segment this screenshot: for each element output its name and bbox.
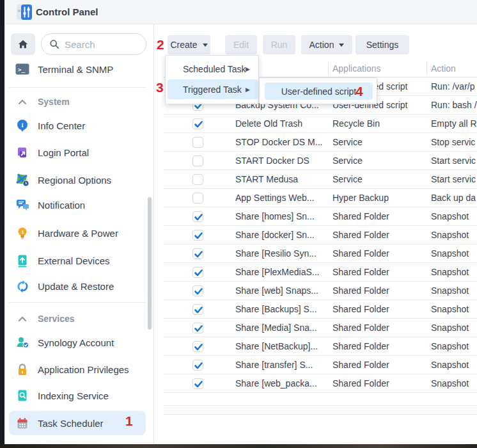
sidebar-item-synology-account[interactable]: Synology Account [9,331,146,354]
row-checkbox[interactable] [192,156,203,166]
table-row[interactable]: Share [Media] Sna... Shared Folder Snaps… [164,319,477,337]
sidebar-item-hardware-power[interactable]: 1 Hardware & Power [9,221,146,244]
row-checkbox[interactable] [192,174,203,185]
task-name-cell: Share [web] Snaps... [235,282,331,300]
control-panel-icon [17,4,32,20]
action-cell: Run: /var/p [431,77,477,95]
login-portal-icon [15,145,29,159]
row-checkbox[interactable] [192,360,203,371]
table-row[interactable]: App Settings Web... Hyper Backup Back up… [164,189,477,207]
hardware-power-icon: 1 [15,226,29,240]
applications-cell: Service [332,152,425,170]
applications-cell: Shared Folder [332,207,425,225]
row-checkbox[interactable] [192,137,203,148]
row-checkbox[interactable] [192,267,203,278]
terminal-icon: >_ [15,62,29,76]
section-label: System [38,97,70,107]
sidebar-section-services[interactable]: Services [9,312,146,326]
sidebar-item-label: External Devices [38,255,110,266]
sidebar-section-system[interactable]: System [9,95,146,109]
applications-cell: Shared Folder [332,226,425,244]
task-name-cell: Share [web_packa... [235,374,331,392]
indexing-service-icon [15,388,29,403]
table-row[interactable]: Share [web_packa... Shared Folder Snapsh… [164,374,477,393]
sidebar-item-label: Info Center [38,120,85,131]
table-row[interactable]: Share [PlexMediaS... Shared Folder Snaps… [164,263,477,282]
sidebar-item-label: Regional Options [38,175,111,186]
action-cell: Back up da [431,189,477,207]
sidebar-item-info-center[interactable]: i Info Center [9,114,146,137]
row-checkbox[interactable] [192,118,203,129]
column-header-action[interactable]: Action [431,60,456,77]
menu-item-label: Scheduled Task [183,64,246,74]
sidebar-section-divider [9,87,146,88]
sidebar-item-indexing-service[interactable]: Indexing Service [9,384,146,407]
table-row[interactable]: Share [Resilio Syn... Shared Folder Snap… [164,244,477,263]
table-row[interactable]: Share [web] Snaps... Shared Folder Snaps… [164,282,477,300]
create-button-label: Create [170,40,197,50]
page-title: Control Panel [36,0,98,24]
table-row[interactable]: Share [transfer] S... Shared Folder Snap… [164,356,477,374]
sidebar-item-login-portal[interactable]: Login Portal [9,141,146,164]
settings-button[interactable]: Settings [356,35,409,54]
applications-cell: Service [332,170,425,188]
row-checkbox[interactable] [192,304,203,315]
action-cell: Snapshot [431,356,477,374]
synology-account-icon [15,335,29,349]
sidebar-item-update-restore[interactable]: Update & Restore [9,275,146,298]
sidebar-item-application-privileges[interactable]: Application Privileges [9,358,146,381]
external-devices-icon [15,253,29,268]
sidebar-item-terminal-snmp[interactable]: >_ Terminal & SNMP [9,58,146,81]
edit-button[interactable]: Edit [225,35,257,54]
table-row[interactable]: Delete Old Trash Recycle Bin Empty all R [164,115,477,133]
menu-item-triggered-task[interactable]: Triggered Task ▶ [168,79,258,99]
annotation-step-1: 1 [125,413,133,429]
menu-item-scheduled-task[interactable]: Scheduled Task ▶ [168,59,258,79]
table-row[interactable]: Share [Backups] S... Shared Folder Snaps… [164,300,477,319]
chevron-up-icon [15,312,29,326]
home-button[interactable] [11,33,35,55]
action-cell: Snapshot [431,226,477,244]
table-row[interactable]: Share [docker] Sn... Shared Folder Snaps… [164,226,477,244]
row-checkbox[interactable] [192,341,203,352]
column-header-applications[interactable]: Applications [332,60,381,77]
row-checkbox[interactable] [192,211,203,222]
create-button[interactable]: Create [168,35,210,54]
sidebar-item-regional-options[interactable]: Regional Options [9,168,146,191]
task-name-cell: Share [Resilio Syn... [235,244,331,262]
applications-cell: Shared Folder [332,263,425,281]
action-button[interactable]: Action [301,35,352,54]
menu-item-label: User-defined script [281,86,357,97]
sidebar-item-external-devices[interactable]: External Devices [9,249,146,272]
row-checkbox[interactable] [192,248,203,259]
action-cell: Snapshot [431,319,477,337]
submenu-arrow-icon: ▶ [246,66,250,72]
chevron-up-icon [15,95,29,109]
run-button[interactable]: Run [263,35,295,54]
sidebar-divider [153,24,154,444]
home-icon [17,38,29,50]
create-dropdown-menu: Scheduled Task ▶ Triggered Task ▶ [165,55,259,104]
sidebar-scrollbar[interactable] [148,197,152,330]
table-row[interactable]: START Medusa Service Start servic [164,170,477,189]
svg-text:i: i [21,121,23,129]
column-divider [426,62,427,75]
applications-cell: Shared Folder [332,319,425,337]
row-checkbox[interactable] [192,230,203,241]
row-checkbox[interactable] [192,285,203,296]
action-cell: Snapshot [431,282,477,300]
regional-options-icon [15,173,29,187]
table-footer-band [164,406,477,414]
row-checkbox[interactable] [192,193,203,204]
sidebar-item-notification[interactable]: Notification [9,193,146,216]
section-label: Services [38,314,75,324]
table-row[interactable]: STOP Docker DS M... Service Stop servic [164,133,477,152]
notification-icon [15,198,29,212]
table-row[interactable]: Share [homes] Sn... Shared Folder Snapsh… [164,207,477,226]
table-row[interactable]: START Docker DS Service Start servic [164,152,477,170]
row-checkbox[interactable] [192,378,203,389]
row-checkbox[interactable] [192,323,203,333]
action-cell: Stop servic [431,133,477,151]
search-input[interactable]: Search [41,33,146,55]
table-row[interactable]: Share [NetBackup]... Shared Folder Snaps… [164,337,477,356]
